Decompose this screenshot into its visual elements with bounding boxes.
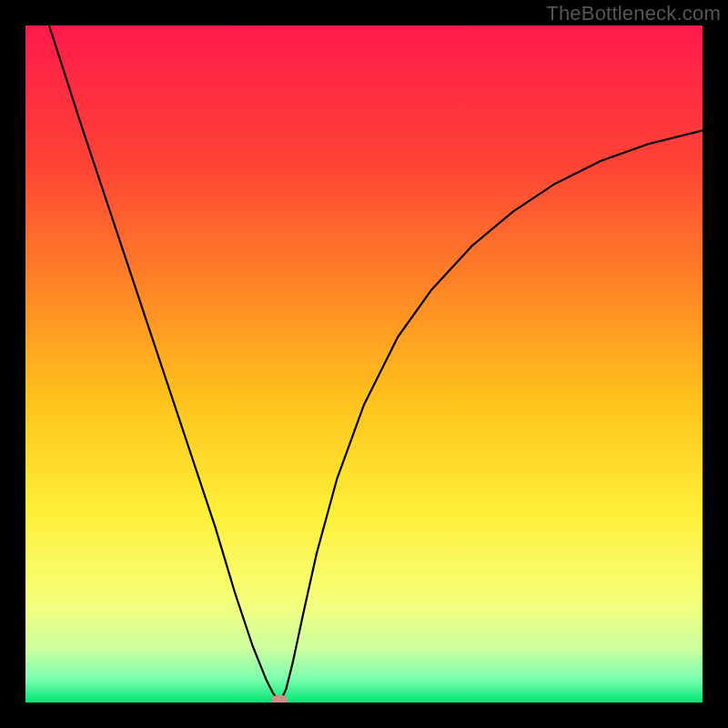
minimum-marker — [271, 695, 288, 703]
bottleneck-chart — [25, 25, 703, 703]
chart-frame: TheBottleneck.com — [0, 0, 728, 728]
watermark-text: TheBottleneck.com — [546, 2, 721, 25]
gradient-background — [25, 25, 703, 703]
plot-area — [25, 25, 703, 703]
